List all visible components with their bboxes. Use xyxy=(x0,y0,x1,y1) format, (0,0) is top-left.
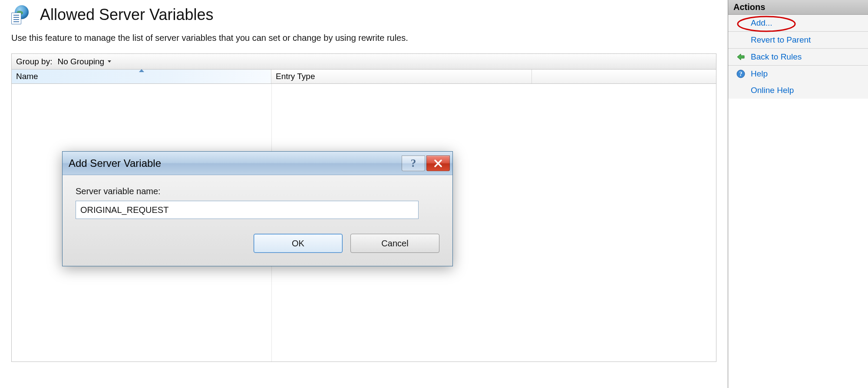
column-header-name[interactable]: Name xyxy=(12,70,271,83)
chevron-down-icon xyxy=(108,60,111,63)
actions-sidebar: Actions Add... Revert to Parent Back to … xyxy=(728,0,868,388)
grouping-value: No Grouping xyxy=(57,57,104,66)
titlebar-buttons: ? xyxy=(400,156,452,171)
action-back-to-rules[interactable]: Back to Rules xyxy=(728,49,868,65)
ok-button[interactable]: OK xyxy=(254,234,343,253)
add-server-variable-dialog: Add Server Variable ? Server variable na… xyxy=(62,151,453,266)
close-icon xyxy=(433,159,443,168)
server-variable-name-input[interactable] xyxy=(76,201,419,219)
group-by-label: Group by: xyxy=(16,57,52,66)
dialog-body: Server variable name: xyxy=(63,175,452,228)
grouping-toolbar: Group by: No Grouping xyxy=(11,53,716,69)
page-title: Allowed Server Variables xyxy=(40,6,214,24)
server-variable-name-label: Server variable name: xyxy=(76,186,439,196)
page-description: Use this feature to manage the list of s… xyxy=(11,33,716,43)
blank-icon xyxy=(736,35,746,45)
grouping-dropdown[interactable]: No Grouping xyxy=(55,57,114,66)
server-variables-icon xyxy=(11,5,30,24)
action-back-label: Back to Rules xyxy=(751,52,802,62)
column-header-empty xyxy=(532,70,716,83)
back-arrow-icon xyxy=(736,52,746,62)
dialog-button-row: OK Cancel xyxy=(63,228,452,266)
action-revert-to-parent[interactable]: Revert to Parent xyxy=(728,32,868,48)
sort-ascending-icon xyxy=(139,69,144,72)
action-add-label: Add... xyxy=(751,18,772,28)
blank-icon xyxy=(736,86,746,95)
actions-header: Actions xyxy=(728,0,868,15)
column-header-entry-type[interactable]: Entry Type xyxy=(271,70,532,83)
action-help[interactable]: ? Help xyxy=(728,66,868,82)
dialog-close-button[interactable] xyxy=(426,156,450,171)
action-online-help[interactable]: Online Help xyxy=(728,82,868,99)
blank-icon xyxy=(736,18,746,28)
dialog-help-button[interactable]: ? xyxy=(402,156,425,171)
dialog-title: Add Server Variable xyxy=(69,157,400,169)
question-mark-icon: ? xyxy=(411,157,416,169)
action-revert-label: Revert to Parent xyxy=(751,35,811,45)
dialog-titlebar[interactable]: Add Server Variable ? xyxy=(63,152,452,175)
action-add[interactable]: Add... xyxy=(728,15,868,31)
table-header: Name Entry Type xyxy=(11,69,716,84)
help-icon: ? xyxy=(736,69,746,79)
cancel-button[interactable]: Cancel xyxy=(350,234,439,253)
action-online-help-label: Online Help xyxy=(751,86,794,95)
action-help-label: Help xyxy=(751,69,768,79)
svg-text:?: ? xyxy=(739,71,743,77)
page-header: Allowed Server Variables xyxy=(11,5,716,24)
